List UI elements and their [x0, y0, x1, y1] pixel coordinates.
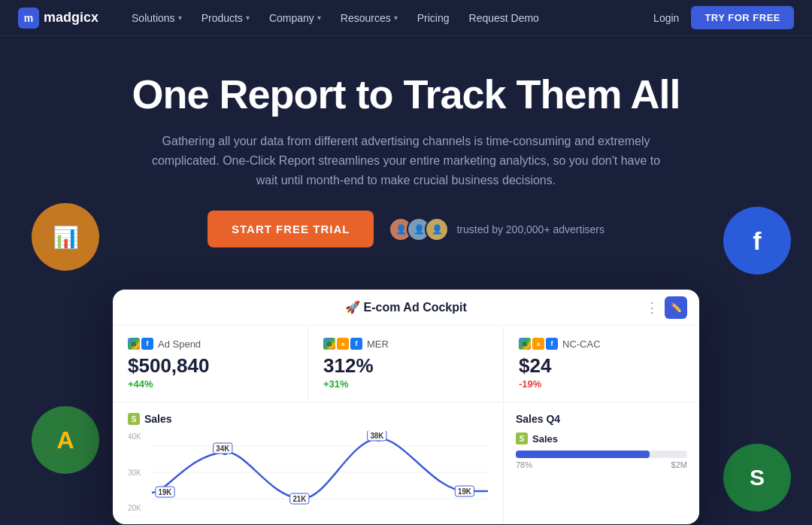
metric-value: $500,840 [128, 356, 292, 375]
nav-resources[interactable]: Resources ▾ [332, 8, 407, 29]
svg-text:19K: 19K [159, 488, 173, 496]
metric-header: G a f MER [323, 338, 488, 350]
amazon-icon: a [337, 338, 349, 350]
metric-value: $24 [519, 356, 684, 375]
facebook-icon: f [141, 338, 153, 350]
metric-ad-spend: G f Ad Spend $500,840 +44% [113, 326, 308, 402]
navbar: m madgicx Solutions ▾ Products ▾ Company… [0, 0, 812, 36]
avatar: 👤 [425, 217, 449, 241]
chart-y-labels: 40K 30K 20K [128, 431, 149, 514]
more-options-icon[interactable]: ⋮ [645, 299, 659, 316]
q4-metric-label: Sales [532, 433, 558, 445]
dashboard-actions: ⋮ ✏️ [645, 296, 687, 319]
progress-labels: 78% $2M [516, 460, 687, 469]
circle-google-ads: A [32, 406, 99, 474]
sales-chart-title: Sales [144, 413, 172, 425]
facebook-icon: f [350, 338, 362, 350]
hero-title: One Report to Track Them All [60, 72, 752, 117]
metric-change: +31% [323, 378, 488, 390]
progress-start: 78% [516, 460, 532, 469]
channel-icons: G f [128, 338, 153, 350]
logo-text: madgicx [44, 10, 98, 26]
metric-value: 312% [323, 356, 488, 375]
progress-bar-bg [516, 451, 687, 458]
dashboard-header: 🚀 E-com Ad Cockpit ⋮ ✏️ [113, 290, 699, 326]
nav-right: Login TRY FOR FREE [653, 6, 794, 29]
channel-icons: G a f [323, 338, 362, 350]
metric-label: MER [367, 338, 389, 350]
trusted-text: trusted by 200,000+ advertisers [456, 223, 604, 235]
sales-q4-panel: Sales Q4 S Sales 78% $2M [504, 402, 699, 524]
metric-label: NC-CAC [562, 338, 601, 350]
google-ads-icon: G [323, 338, 335, 350]
hero-section: One Report to Track Them All Gathering a… [0, 36, 812, 290]
metric-header: G f Ad Spend [128, 338, 292, 350]
chevron-down-icon: ▾ [246, 14, 250, 22]
circle-shopify: S [723, 444, 791, 511]
try-for-free-button[interactable]: TRY FOR FREE [691, 6, 794, 29]
metric-header: G a f NC-CAC [519, 338, 684, 350]
metric-change: -19% [519, 378, 684, 390]
logo-icon: m [18, 8, 39, 29]
y-label: 20K [128, 504, 149, 512]
nav-pricing[interactable]: Pricing [408, 8, 459, 29]
progress-end: $2M [671, 460, 687, 469]
metrics-row: G f Ad Spend $500,840 +44% G a f MER [113, 326, 699, 402]
svg-text:38K: 38K [370, 432, 384, 440]
cta-row: START FREE TRIAL 👤 👤 👤 trusted by 200,00… [60, 211, 752, 247]
metric-nc-cac: G a f NC-CAC $24 -19% [504, 326, 699, 402]
svg-text:34K: 34K [216, 445, 230, 453]
nav-links: Solutions ▾ Products ▾ Company ▾ Resourc… [123, 8, 653, 29]
chevron-down-icon: ▾ [317, 14, 321, 22]
dashboard-title: 🚀 E-com Ad Cockpit [345, 300, 467, 314]
metric-label: Ad Spend [158, 338, 201, 350]
chart-svg: 19K 34K 21K 38K 19K [152, 431, 488, 514]
svg-text:21K: 21K [292, 495, 307, 503]
facebook-icon: f [546, 338, 558, 350]
start-trial-button[interactable]: START FREE TRIAL [208, 211, 374, 247]
q4-metric-row: S Sales [516, 432, 687, 445]
shopify-icon: S [516, 432, 528, 445]
panel-header: S Sales [128, 413, 488, 425]
trusted-row: 👤 👤 👤 trusted by 200,000+ advertisers [389, 217, 604, 241]
metric-change: +44% [128, 378, 292, 390]
edit-button[interactable]: ✏️ [665, 296, 687, 319]
channel-icons: G a f [519, 338, 558, 350]
progress-bar-fill [516, 451, 650, 458]
login-link[interactable]: Login [653, 12, 679, 24]
edit-icon: ✏️ [671, 302, 682, 313]
y-label: 30K [128, 469, 149, 477]
avatar-stack: 👤 👤 👤 [389, 217, 449, 241]
progress-bar: 78% $2M [516, 451, 687, 469]
bottom-row: S Sales 40K 30K 20K [113, 402, 699, 524]
shopify-icon: S [750, 465, 765, 490]
amazon-icon: a [532, 338, 544, 350]
nav-products[interactable]: Products ▾ [192, 8, 259, 29]
google-ads-icon: A [56, 426, 74, 454]
y-label: 40K [128, 432, 149, 441]
chart-area: 40K 30K 20K [128, 431, 488, 514]
nav-request-demo[interactable]: Request Demo [460, 8, 548, 29]
chevron-down-icon: ▾ [178, 14, 182, 22]
dashboard-wrapper: 🚀 E-com Ad Cockpit ⋮ ✏️ G f Ad Spend [113, 290, 699, 524]
google-ads-icon: G [519, 338, 531, 350]
nav-solutions[interactable]: Solutions ▾ [123, 8, 191, 29]
dashboard-card: 🚀 E-com Ad Cockpit ⋮ ✏️ G f Ad Spend [113, 290, 699, 524]
logo[interactable]: m madgicx [18, 8, 98, 29]
sales-q4-title: Sales Q4 [516, 413, 687, 425]
hero-subtitle: Gathering all your data from different a… [143, 132, 669, 190]
chevron-down-icon: ▾ [394, 14, 398, 22]
svg-text:19K: 19K [458, 487, 472, 496]
google-ads-icon: G [128, 338, 140, 350]
shopify-icon: S [128, 413, 140, 425]
nav-company[interactable]: Company ▾ [260, 8, 330, 29]
metric-mer: G a f MER 312% +31% [308, 326, 504, 402]
sales-chart-panel: S Sales 40K 30K 20K [113, 402, 504, 524]
